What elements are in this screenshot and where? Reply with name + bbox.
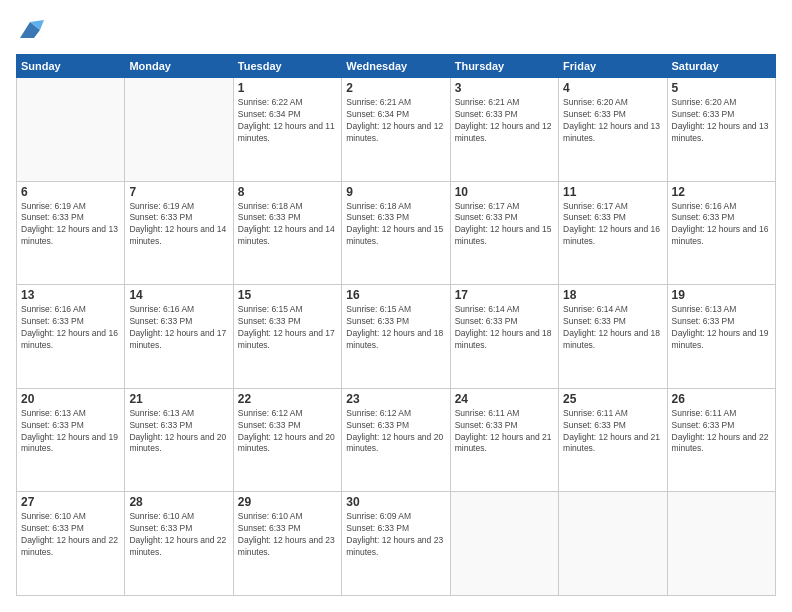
day-number: 7 bbox=[129, 185, 228, 199]
day-number: 26 bbox=[672, 392, 771, 406]
logo-icon bbox=[16, 16, 44, 44]
day-number: 30 bbox=[346, 495, 445, 509]
day-cell: 27Sunrise: 6:10 AM Sunset: 6:33 PM Dayli… bbox=[17, 492, 125, 596]
day-cell: 24Sunrise: 6:11 AM Sunset: 6:33 PM Dayli… bbox=[450, 388, 558, 492]
day-number: 18 bbox=[563, 288, 662, 302]
day-info: Sunrise: 6:11 AM Sunset: 6:33 PM Dayligh… bbox=[672, 408, 771, 456]
day-number: 2 bbox=[346, 81, 445, 95]
day-cell: 15Sunrise: 6:15 AM Sunset: 6:33 PM Dayli… bbox=[233, 285, 341, 389]
day-number: 13 bbox=[21, 288, 120, 302]
day-number: 8 bbox=[238, 185, 337, 199]
day-info: Sunrise: 6:18 AM Sunset: 6:33 PM Dayligh… bbox=[346, 201, 445, 249]
day-cell bbox=[450, 492, 558, 596]
day-number: 19 bbox=[672, 288, 771, 302]
weekday-header-thursday: Thursday bbox=[450, 55, 558, 78]
day-info: Sunrise: 6:13 AM Sunset: 6:33 PM Dayligh… bbox=[21, 408, 120, 456]
weekday-header-monday: Monday bbox=[125, 55, 233, 78]
day-info: Sunrise: 6:11 AM Sunset: 6:33 PM Dayligh… bbox=[455, 408, 554, 456]
day-info: Sunrise: 6:22 AM Sunset: 6:34 PM Dayligh… bbox=[238, 97, 337, 145]
week-row-1: 6Sunrise: 6:19 AM Sunset: 6:33 PM Daylig… bbox=[17, 181, 776, 285]
day-cell bbox=[559, 492, 667, 596]
day-number: 12 bbox=[672, 185, 771, 199]
day-cell: 11Sunrise: 6:17 AM Sunset: 6:33 PM Dayli… bbox=[559, 181, 667, 285]
day-info: Sunrise: 6:16 AM Sunset: 6:33 PM Dayligh… bbox=[672, 201, 771, 249]
day-number: 10 bbox=[455, 185, 554, 199]
day-cell: 1Sunrise: 6:22 AM Sunset: 6:34 PM Daylig… bbox=[233, 78, 341, 182]
day-cell bbox=[17, 78, 125, 182]
day-info: Sunrise: 6:17 AM Sunset: 6:33 PM Dayligh… bbox=[563, 201, 662, 249]
day-cell: 16Sunrise: 6:15 AM Sunset: 6:33 PM Dayli… bbox=[342, 285, 450, 389]
weekday-header-tuesday: Tuesday bbox=[233, 55, 341, 78]
week-row-4: 27Sunrise: 6:10 AM Sunset: 6:33 PM Dayli… bbox=[17, 492, 776, 596]
day-number: 14 bbox=[129, 288, 228, 302]
day-number: 11 bbox=[563, 185, 662, 199]
day-number: 23 bbox=[346, 392, 445, 406]
day-number: 5 bbox=[672, 81, 771, 95]
day-info: Sunrise: 6:19 AM Sunset: 6:33 PM Dayligh… bbox=[129, 201, 228, 249]
day-info: Sunrise: 6:10 AM Sunset: 6:33 PM Dayligh… bbox=[129, 511, 228, 559]
day-cell: 9Sunrise: 6:18 AM Sunset: 6:33 PM Daylig… bbox=[342, 181, 450, 285]
day-cell: 12Sunrise: 6:16 AM Sunset: 6:33 PM Dayli… bbox=[667, 181, 775, 285]
day-info: Sunrise: 6:14 AM Sunset: 6:33 PM Dayligh… bbox=[455, 304, 554, 352]
day-number: 20 bbox=[21, 392, 120, 406]
day-number: 17 bbox=[455, 288, 554, 302]
day-cell: 23Sunrise: 6:12 AM Sunset: 6:33 PM Dayli… bbox=[342, 388, 450, 492]
day-info: Sunrise: 6:12 AM Sunset: 6:33 PM Dayligh… bbox=[346, 408, 445, 456]
day-info: Sunrise: 6:19 AM Sunset: 6:33 PM Dayligh… bbox=[21, 201, 120, 249]
day-number: 29 bbox=[238, 495, 337, 509]
day-cell: 14Sunrise: 6:16 AM Sunset: 6:33 PM Dayli… bbox=[125, 285, 233, 389]
day-number: 15 bbox=[238, 288, 337, 302]
day-cell: 2Sunrise: 6:21 AM Sunset: 6:34 PM Daylig… bbox=[342, 78, 450, 182]
day-cell: 26Sunrise: 6:11 AM Sunset: 6:33 PM Dayli… bbox=[667, 388, 775, 492]
day-cell: 29Sunrise: 6:10 AM Sunset: 6:33 PM Dayli… bbox=[233, 492, 341, 596]
day-info: Sunrise: 6:14 AM Sunset: 6:33 PM Dayligh… bbox=[563, 304, 662, 352]
day-number: 9 bbox=[346, 185, 445, 199]
day-cell: 13Sunrise: 6:16 AM Sunset: 6:33 PM Dayli… bbox=[17, 285, 125, 389]
day-cell: 20Sunrise: 6:13 AM Sunset: 6:33 PM Dayli… bbox=[17, 388, 125, 492]
day-number: 3 bbox=[455, 81, 554, 95]
day-info: Sunrise: 6:20 AM Sunset: 6:33 PM Dayligh… bbox=[672, 97, 771, 145]
day-number: 4 bbox=[563, 81, 662, 95]
day-cell: 21Sunrise: 6:13 AM Sunset: 6:33 PM Dayli… bbox=[125, 388, 233, 492]
day-info: Sunrise: 6:13 AM Sunset: 6:33 PM Dayligh… bbox=[129, 408, 228, 456]
weekday-header-wednesday: Wednesday bbox=[342, 55, 450, 78]
day-cell: 5Sunrise: 6:20 AM Sunset: 6:33 PM Daylig… bbox=[667, 78, 775, 182]
header bbox=[16, 16, 776, 44]
day-cell: 30Sunrise: 6:09 AM Sunset: 6:33 PM Dayli… bbox=[342, 492, 450, 596]
day-number: 22 bbox=[238, 392, 337, 406]
day-info: Sunrise: 6:17 AM Sunset: 6:33 PM Dayligh… bbox=[455, 201, 554, 249]
page: SundayMondayTuesdayWednesdayThursdayFrid… bbox=[0, 0, 792, 612]
day-number: 25 bbox=[563, 392, 662, 406]
day-number: 1 bbox=[238, 81, 337, 95]
day-cell: 7Sunrise: 6:19 AM Sunset: 6:33 PM Daylig… bbox=[125, 181, 233, 285]
day-cell bbox=[125, 78, 233, 182]
day-info: Sunrise: 6:10 AM Sunset: 6:33 PM Dayligh… bbox=[21, 511, 120, 559]
day-info: Sunrise: 6:21 AM Sunset: 6:34 PM Dayligh… bbox=[346, 97, 445, 145]
day-info: Sunrise: 6:20 AM Sunset: 6:33 PM Dayligh… bbox=[563, 97, 662, 145]
week-row-3: 20Sunrise: 6:13 AM Sunset: 6:33 PM Dayli… bbox=[17, 388, 776, 492]
day-number: 28 bbox=[129, 495, 228, 509]
day-info: Sunrise: 6:15 AM Sunset: 6:33 PM Dayligh… bbox=[346, 304, 445, 352]
day-info: Sunrise: 6:12 AM Sunset: 6:33 PM Dayligh… bbox=[238, 408, 337, 456]
day-cell: 18Sunrise: 6:14 AM Sunset: 6:33 PM Dayli… bbox=[559, 285, 667, 389]
day-number: 21 bbox=[129, 392, 228, 406]
day-cell: 17Sunrise: 6:14 AM Sunset: 6:33 PM Dayli… bbox=[450, 285, 558, 389]
day-cell: 19Sunrise: 6:13 AM Sunset: 6:33 PM Dayli… bbox=[667, 285, 775, 389]
week-row-0: 1Sunrise: 6:22 AM Sunset: 6:34 PM Daylig… bbox=[17, 78, 776, 182]
day-info: Sunrise: 6:18 AM Sunset: 6:33 PM Dayligh… bbox=[238, 201, 337, 249]
day-number: 24 bbox=[455, 392, 554, 406]
day-info: Sunrise: 6:11 AM Sunset: 6:33 PM Dayligh… bbox=[563, 408, 662, 456]
day-info: Sunrise: 6:15 AM Sunset: 6:33 PM Dayligh… bbox=[238, 304, 337, 352]
day-cell: 8Sunrise: 6:18 AM Sunset: 6:33 PM Daylig… bbox=[233, 181, 341, 285]
day-cell: 10Sunrise: 6:17 AM Sunset: 6:33 PM Dayli… bbox=[450, 181, 558, 285]
day-number: 16 bbox=[346, 288, 445, 302]
day-info: Sunrise: 6:16 AM Sunset: 6:33 PM Dayligh… bbox=[129, 304, 228, 352]
day-info: Sunrise: 6:21 AM Sunset: 6:33 PM Dayligh… bbox=[455, 97, 554, 145]
weekday-header-row: SundayMondayTuesdayWednesdayThursdayFrid… bbox=[17, 55, 776, 78]
day-number: 27 bbox=[21, 495, 120, 509]
day-info: Sunrise: 6:09 AM Sunset: 6:33 PM Dayligh… bbox=[346, 511, 445, 559]
week-row-2: 13Sunrise: 6:16 AM Sunset: 6:33 PM Dayli… bbox=[17, 285, 776, 389]
day-cell bbox=[667, 492, 775, 596]
day-cell: 3Sunrise: 6:21 AM Sunset: 6:33 PM Daylig… bbox=[450, 78, 558, 182]
weekday-header-saturday: Saturday bbox=[667, 55, 775, 78]
